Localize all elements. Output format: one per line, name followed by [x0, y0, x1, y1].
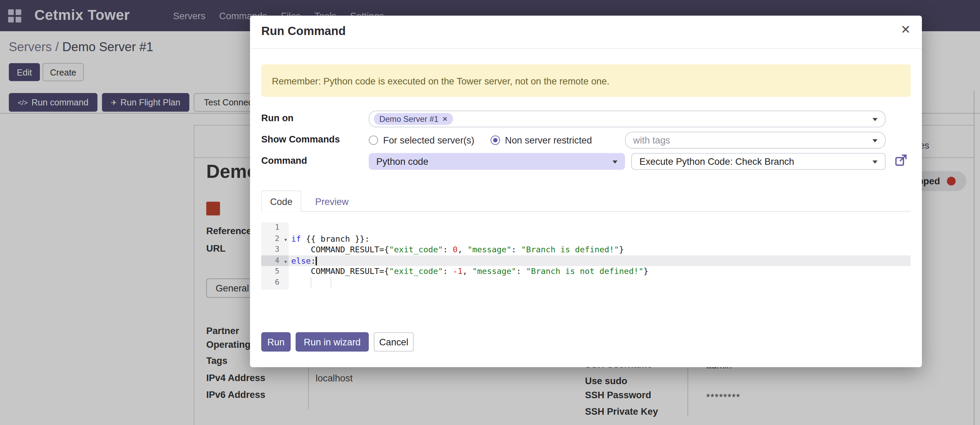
code-token: "Branch is defined!" [521, 245, 619, 254]
text-cursor [316, 257, 317, 265]
code-line[interactable]: COMMAND_RESULT={"exit_code": -1, "messag… [289, 266, 911, 277]
code-token: : [311, 256, 316, 265]
show-commands-radio-group: For selected server(s) Non server restri… [369, 132, 592, 149]
command-select[interactable]: Execute Python Code: Check Branch [631, 153, 886, 170]
radio-for-selected-servers[interactable] [369, 136, 378, 145]
editor-code[interactable]: if {{ branch }}: COMMAND_RESULT={"exit_c… [289, 222, 911, 290]
gutter-line-number[interactable]: 3 [261, 244, 289, 255]
tag-remove-icon[interactable]: ✕ [442, 115, 447, 122]
run-button-label: Run [267, 336, 285, 347]
fold-arrow-icon[interactable]: ▾ [284, 256, 288, 267]
code-token: 0 [453, 245, 457, 254]
gutter-line-number[interactable]: 5 [261, 266, 289, 277]
command-label: Command [261, 155, 307, 165]
code-token: } [619, 245, 624, 254]
tab-code-label: Code [270, 196, 293, 207]
show-commands-label: Show Commands [261, 133, 340, 144]
radio-non-server-restricted[interactable] [491, 136, 500, 145]
run-on-field[interactable]: Demo Server #1 ✕ [369, 111, 886, 127]
tab-preview[interactable]: Preview [309, 190, 354, 212]
indent-guide [331, 277, 331, 288]
run-in-wizard-button[interactable]: Run in wizard [296, 332, 369, 352]
code-line[interactable] [289, 277, 911, 288]
code-token: "Branch is not defined!" [526, 267, 644, 276]
code-token: : [443, 267, 453, 276]
server-tag-label: Demo Server #1 [379, 114, 439, 124]
tab-preview-label: Preview [315, 196, 348, 206]
alert-text: Remember: Python code is executed on the… [272, 75, 609, 86]
cancel-button-label: Cancel [379, 336, 408, 347]
code-token: "exit_code" [389, 245, 443, 254]
command-type-select[interactable]: Python code [369, 153, 625, 170]
tabs-underline [261, 211, 911, 212]
code-token: } [644, 267, 648, 276]
chevron-down-icon[interactable] [872, 160, 878, 163]
code-token: COMMAND_RESULT={ [291, 267, 389, 276]
radio-for-selected-servers-label[interactable]: For selected server(s) [383, 135, 474, 146]
tab-code[interactable]: Code [261, 190, 301, 212]
command-type-value: Python code [376, 156, 428, 167]
code-token: , [458, 245, 467, 254]
gutter-line-number[interactable]: 1 [261, 222, 289, 233]
chevron-down-icon[interactable] [612, 160, 618, 163]
code-token: , [463, 267, 472, 276]
modal-header: Run Command ✕ [250, 16, 922, 48]
code-editor[interactable]: 12▾34▾56 if {{ branch }}: COMMAND_RESULT… [261, 222, 911, 290]
code-token: "message" [467, 245, 511, 254]
code-token: "message" [472, 267, 516, 276]
fold-arrow-icon[interactable]: ▾ [284, 234, 288, 245]
server-tag[interactable]: Demo Server #1 ✕ [374, 113, 453, 125]
command-value: Execute Python Code: Check Branch [640, 156, 794, 167]
with-tags-placeholder: with tags [626, 135, 670, 146]
gutter-line-number[interactable]: 2▾ [261, 233, 289, 244]
alert-banner: Remember: Python code is executed on the… [261, 64, 911, 97]
modal-title: Run Command [261, 24, 346, 38]
run-in-wizard-label: Run in wizard [304, 336, 360, 347]
code-token: : [517, 267, 526, 276]
code-token: : [511, 245, 521, 254]
code-token: else [291, 256, 311, 265]
code-token: -1 [453, 267, 462, 276]
close-icon[interactable]: ✕ [900, 22, 911, 37]
code-line[interactable]: COMMAND_RESULT={"exit_code": 0, "message… [289, 244, 911, 255]
code-line[interactable]: if {{ branch }}: [289, 233, 911, 244]
code-token: : [443, 245, 453, 254]
gutter-line-number[interactable]: 6 [261, 277, 289, 288]
editor-gutter: 12▾34▾56 [261, 222, 289, 290]
run-button[interactable]: Run [261, 332, 290, 352]
indent-guide [311, 277, 311, 288]
chevron-down-icon[interactable] [872, 118, 878, 121]
run-command-modal: Run Command ✕ Remember: Python code is e… [250, 16, 922, 367]
screen: Cetmix Tower Servers Commands Files Tool… [0, 0, 980, 425]
radio-non-server-restricted-label[interactable]: Non server restricted [505, 135, 592, 146]
code-line[interactable]: else: [289, 255, 911, 266]
code-token: if [291, 234, 301, 243]
run-on-label: Run on [261, 112, 293, 123]
code-token: "exit_code" [389, 267, 443, 276]
gutter-line-number[interactable]: 4▾ [261, 255, 289, 266]
external-link-icon[interactable] [894, 154, 907, 167]
code-token: COMMAND_RESULT={ [291, 245, 389, 254]
cancel-button[interactable]: Cancel [374, 332, 414, 352]
with-tags-select[interactable]: with tags [625, 132, 886, 149]
code-line[interactable] [289, 222, 911, 233]
chevron-down-icon[interactable] [872, 139, 878, 142]
code-token: {{ branch }}: [301, 234, 369, 243]
